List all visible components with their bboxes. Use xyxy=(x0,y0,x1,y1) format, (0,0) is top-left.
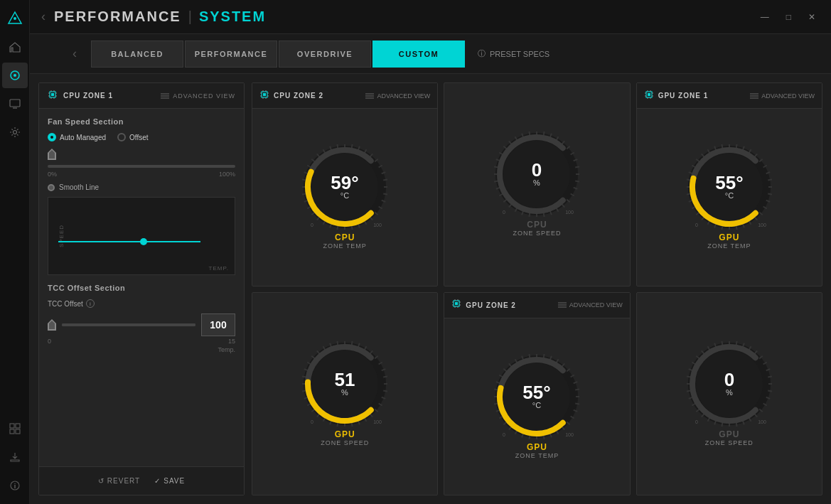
svg-line-51 xyxy=(383,180,387,181)
gauge-label-sub: ZONE TEMP xyxy=(707,242,751,250)
home-icon xyxy=(9,41,21,53)
zone-adv-view[interactable]: ADVANCED VIEW xyxy=(558,301,623,309)
zone-panel-title: CPU ZONE 2 xyxy=(274,92,323,100)
performance-icon xyxy=(9,70,21,81)
download-icon xyxy=(9,451,21,463)
zone-adv-view[interactable]: ADVANCED VIEW xyxy=(750,92,815,100)
chart-x-label: TEMP. xyxy=(209,265,229,272)
tab-balanced[interactable]: BALANCED xyxy=(91,41,183,68)
preset-specs-link[interactable]: ⓘ PRESET SPECS xyxy=(478,48,549,59)
revert-button[interactable]: ↺ REVERT xyxy=(98,477,140,485)
gauge-unit-text: % xyxy=(341,388,348,397)
zone-adv-view[interactable]: ADVANCED VIEW xyxy=(365,92,430,100)
tcc-slider-row: 100 xyxy=(48,313,235,336)
header-back-button[interactable]: ‹ xyxy=(41,9,45,24)
zone-panel-header: CPU ZONE 2 ADVANCED VIEW xyxy=(252,83,437,109)
monitor-icon xyxy=(9,98,21,109)
auto-managed-option[interactable]: Auto Managed xyxy=(48,133,106,141)
gauge-wrapper: 55° °C 0 100 xyxy=(494,354,579,439)
window-controls: — □ ✕ xyxy=(756,11,820,23)
chart-svg xyxy=(58,199,244,260)
preset-specs-label: PRESET SPECS xyxy=(490,50,549,58)
svg-point-27 xyxy=(140,238,147,245)
save-button[interactable]: ✓ SAVE xyxy=(154,477,185,485)
svg-line-267 xyxy=(768,376,772,377)
sidebar-item-info[interactable] xyxy=(2,473,28,498)
gauge-label-main: CPU xyxy=(323,232,366,242)
tcc-max-label: 15 xyxy=(228,338,235,345)
svg-text:0: 0 xyxy=(503,432,506,437)
svg-text:0: 0 xyxy=(503,210,506,215)
minimize-button[interactable]: — xyxy=(756,11,773,23)
svg-rect-31 xyxy=(263,93,266,96)
gauge-wrapper: 51 % 0 100 xyxy=(302,341,387,427)
gauge-container: 55° °C 0 100 GPU ZONE TEMP xyxy=(687,144,772,250)
sidebar-item-logo[interactable] xyxy=(2,6,28,31)
gauge-container: 51 % 0 100 GPU ZONE SPEED xyxy=(302,341,387,446)
info-icon xyxy=(9,480,21,491)
svg-line-180 xyxy=(383,390,387,391)
sidebar-item-performance[interactable] xyxy=(2,63,28,88)
svg-text:100: 100 xyxy=(758,222,766,227)
sidebar-item-monitor[interactable] xyxy=(2,91,28,117)
gauge-label-main: GPU xyxy=(515,442,559,452)
gauge-value-text: 55° xyxy=(523,382,551,403)
tcc-value-display: 100 xyxy=(201,313,235,336)
gauge-svg: 59° °C 0 100 xyxy=(302,144,387,230)
tcc-slider-labels: 0 15 xyxy=(48,338,235,345)
gauge-label-sub: ZONE TEMP xyxy=(323,242,366,250)
fan-speed-track[interactable] xyxy=(48,165,235,168)
zone-panel-header: GPU ZONE 1 ADVANCED VIEW xyxy=(637,83,822,109)
fan-speed-labels: 0% 100% xyxy=(48,171,235,178)
svg-line-142 xyxy=(768,194,772,195)
offset-option[interactable]: Offset xyxy=(117,133,149,141)
auto-managed-label: Auto Managed xyxy=(60,134,106,141)
offset-radio[interactable] xyxy=(117,133,126,141)
gauge-svg: 55° °C 0 100 xyxy=(494,354,579,439)
gauge-container: 59° °C 0 100 CPU ZONE TEMP xyxy=(302,144,387,250)
tcc-min-label: 0 xyxy=(48,338,51,345)
svg-text:0: 0 xyxy=(311,222,313,227)
slider-handle-icon xyxy=(48,149,56,160)
svg-text:100: 100 xyxy=(373,222,382,227)
zone-gauge-body: 0 % 0 100 CPU ZONE SPEED xyxy=(444,83,629,286)
advanced-view-icon xyxy=(161,92,169,100)
tab-performance[interactable]: PERFORMANCE xyxy=(185,41,277,68)
gauge-label-area: GPU ZONE SPEED xyxy=(321,429,369,446)
gauge-value-text: 0 xyxy=(532,159,542,181)
zone-panel-0-0: CPU ZONE 2 ADVANCED VIEW xyxy=(252,82,438,286)
auto-managed-radio[interactable] xyxy=(48,133,56,141)
gauge-label-sub: ZONE SPEED xyxy=(321,439,369,446)
svg-rect-8 xyxy=(16,424,20,428)
svg-rect-7 xyxy=(10,424,14,428)
sidebar-item-download[interactable] xyxy=(2,444,28,470)
svg-point-6 xyxy=(13,131,16,134)
sidebar xyxy=(0,0,30,504)
close-button[interactable]: ✕ xyxy=(804,11,820,23)
sidebar-item-settings[interactable] xyxy=(2,119,28,145)
sidebar-item-grid[interactable] xyxy=(2,416,28,441)
tab-back-button[interactable]: ‹ xyxy=(73,46,77,61)
preset-specs-icon: ⓘ xyxy=(478,48,486,59)
svg-text:0: 0 xyxy=(311,419,313,424)
fan-speed-chart[interactable]: SPEED TEMP. xyxy=(48,197,235,275)
maximize-button[interactable]: □ xyxy=(782,11,795,23)
gauge-label-area: GPU ZONE TEMP xyxy=(515,442,559,459)
tcc-info-icon[interactable]: i xyxy=(86,299,95,308)
cpu-zone-1-adv-view[interactable]: ADVANCED VIEW xyxy=(161,92,235,100)
save-label: SAVE xyxy=(163,477,185,485)
fan-speed-max: 100% xyxy=(219,171,235,178)
sidebar-item-home[interactable] xyxy=(2,34,28,60)
tab-overdrive[interactable]: OVERDRIVE xyxy=(279,41,371,68)
svg-line-231 xyxy=(576,403,580,404)
smooth-line-toggle[interactable]: Smooth Line xyxy=(48,183,235,191)
offset-label: Offset xyxy=(129,134,149,141)
tcc-slider-track[interactable] xyxy=(62,323,195,326)
tab-custom[interactable]: CUSTOM xyxy=(372,41,465,68)
svg-text:100: 100 xyxy=(566,210,574,215)
tcc-section-title: TCC Offset Section xyxy=(48,284,235,292)
zone-panel-2-0: GPU ZONE 2 ADVANCED VIEW xyxy=(444,292,630,496)
gauge-unit-text: % xyxy=(534,178,541,187)
gauge-unit-text: °C xyxy=(532,401,541,409)
gauge-label-main: GPU xyxy=(321,429,369,439)
